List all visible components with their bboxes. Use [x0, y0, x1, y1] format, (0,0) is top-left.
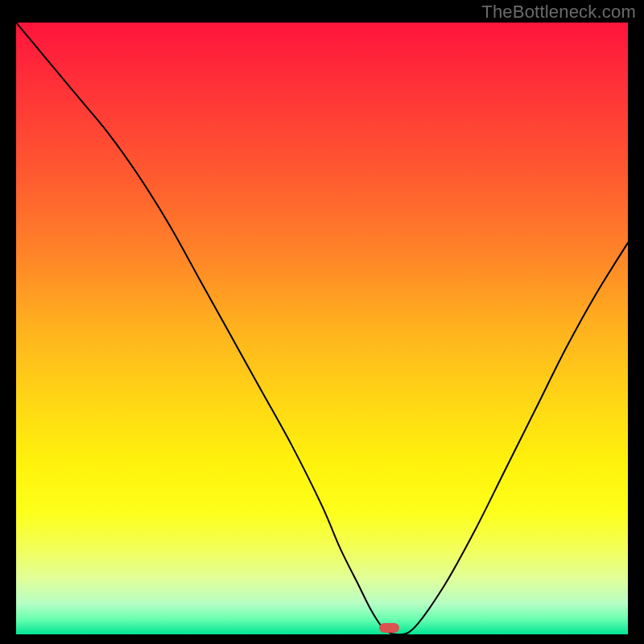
chart-frame: TheBottleneck.com — [0, 0, 644, 644]
plot-area — [16, 23, 628, 628]
minimum-marker — [379, 623, 398, 633]
watermark-text: TheBottleneck.com — [481, 2, 636, 23]
bottleneck-curve — [16, 23, 628, 634]
